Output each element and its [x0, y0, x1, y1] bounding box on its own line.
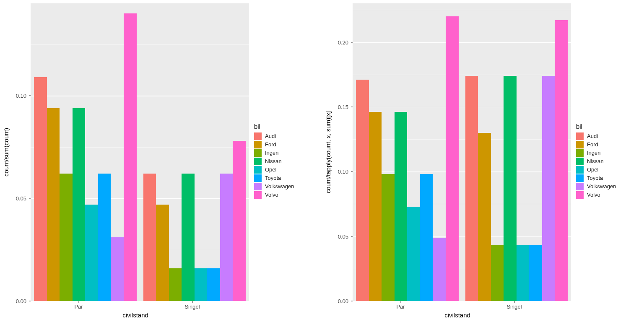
bar-opel — [85, 205, 98, 301]
bar-group — [140, 3, 249, 301]
x-axis: ParSingel — [344, 301, 571, 310]
bar-opel — [407, 207, 420, 301]
x-axis-title: civilstand — [344, 310, 571, 319]
x-axis: ParSingel — [22, 301, 249, 310]
panel-left: count/sum(count) 0.000.050.10 ParSingel … — [0, 0, 322, 322]
legend-label: Ford — [587, 141, 598, 148]
y-tick-label: 0.20 — [338, 39, 351, 45]
legend-label: Nissan — [587, 158, 604, 164]
y-tick: 0.05 — [16, 195, 31, 202]
bar-volkswagen — [433, 238, 446, 301]
legend-item-audi: Audi — [254, 132, 319, 140]
bar-nissan — [73, 108, 86, 301]
bar-volvo — [124, 13, 137, 301]
legend-label: Toyota — [587, 175, 603, 181]
legend-item-opel: Opel — [576, 166, 641, 174]
legend-swatch — [576, 166, 584, 174]
chart-1: count/sum(count) 0.000.050.10 ParSingel … — [2, 3, 249, 319]
bar-volkswagen — [220, 174, 233, 301]
bar-volvo — [446, 16, 459, 301]
legend-title: bil — [576, 123, 641, 130]
bar-opel — [195, 268, 208, 301]
bar-ford — [369, 112, 382, 301]
bar-ingen — [169, 268, 182, 301]
bar-audi — [143, 174, 156, 301]
legend-swatch — [576, 191, 584, 199]
legend: bil AudiFordIngenNissanOpelToyotaVolkswa… — [571, 119, 642, 204]
legend: bil AudiFordIngenNissanOpelToyotaVolkswa… — [249, 119, 320, 204]
bar-nissan — [395, 112, 408, 301]
bar-ford — [478, 133, 491, 301]
bar-volkswagen — [111, 237, 124, 301]
bar-group — [353, 3, 462, 301]
y-tick: 0.10 — [338, 169, 353, 175]
y-axis-title: count/tapply(count, x, sum)[x] — [324, 111, 332, 193]
legend-label: Opel — [265, 166, 276, 173]
y-axis: 0.000.050.10 — [10, 3, 31, 301]
bar-nissan — [504, 76, 517, 301]
bar-toyota — [98, 174, 111, 301]
x-axis-title: civilstand — [22, 310, 249, 319]
legend-item-nissan: Nissan — [254, 158, 319, 165]
legend-swatch — [254, 158, 262, 165]
x-tick-label: Par — [22, 301, 135, 310]
legend-swatch — [576, 132, 584, 140]
legend-swatch — [576, 174, 584, 182]
y-tick-label: 0.10 — [16, 93, 29, 99]
legend-label: Volkswagen — [265, 183, 294, 190]
bar-ingen — [382, 174, 395, 301]
legend-item-audi: Audi — [576, 132, 641, 140]
legend-label: Toyota — [265, 175, 281, 181]
bar-ingen — [60, 174, 73, 301]
y-tick-label: 0.05 — [16, 195, 29, 202]
legend-item-volvo: Volvo — [576, 191, 641, 199]
bar-toyota — [207, 268, 220, 301]
legend-item-ford: Ford — [576, 141, 641, 148]
legend-label: Ford — [265, 141, 276, 148]
bar-volvo — [233, 141, 246, 301]
x-tick-label: Par — [344, 301, 457, 310]
bar-volkswagen — [542, 76, 555, 301]
legend-item-ingen: Ingen — [576, 149, 641, 157]
bar-toyota — [420, 174, 433, 301]
legend-swatch — [254, 174, 262, 182]
bar-toyota — [529, 245, 542, 301]
legend-label: Audi — [265, 133, 276, 139]
y-tick: 0.10 — [16, 93, 31, 99]
legend-swatch — [254, 191, 262, 199]
legend-label: Nissan — [265, 158, 282, 164]
y-tick-label: 0.05 — [338, 233, 351, 239]
legend-item-ingen: Ingen — [254, 149, 319, 157]
legend-swatch — [254, 166, 262, 174]
figure: count/sum(count) 0.000.050.10 ParSingel … — [0, 0, 644, 322]
legend-item-volkswagen: Volkswagen — [576, 183, 641, 190]
legend-swatch — [576, 141, 584, 148]
chart-2: count/tapply(count, x, sum)[x] 0.000.050… — [324, 3, 571, 319]
legend-swatch — [254, 132, 262, 140]
y-tick-label: 0.10 — [338, 169, 351, 175]
bar-ingen — [491, 245, 504, 301]
legend-label: Opel — [587, 166, 598, 173]
legend-swatch — [254, 141, 262, 148]
bar-ford — [156, 205, 169, 301]
legend-label: Ingen — [587, 150, 601, 156]
legend-swatch — [576, 149, 584, 157]
panel-right: count/tapply(count, x, sum)[x] 0.000.050… — [322, 0, 644, 322]
bars-layer — [31, 3, 249, 301]
legend-swatch — [576, 158, 584, 165]
legend-swatch — [576, 183, 584, 190]
legend-label: Audi — [587, 133, 598, 139]
legend-item-toyota: Toyota — [254, 174, 319, 182]
legend-label: Volvo — [587, 192, 600, 198]
bar-opel — [517, 245, 530, 301]
y-axis: 0.000.050.100.150.20 — [332, 3, 353, 301]
plot-area — [31, 3, 249, 301]
bars-layer — [353, 3, 571, 301]
y-tick: 0.20 — [338, 39, 353, 45]
bar-volvo — [555, 20, 568, 301]
bar-group — [31, 3, 140, 301]
legend-swatch — [254, 149, 262, 157]
bar-audi — [465, 76, 478, 301]
bar-audi — [356, 80, 369, 301]
legend-item-opel: Opel — [254, 166, 319, 174]
